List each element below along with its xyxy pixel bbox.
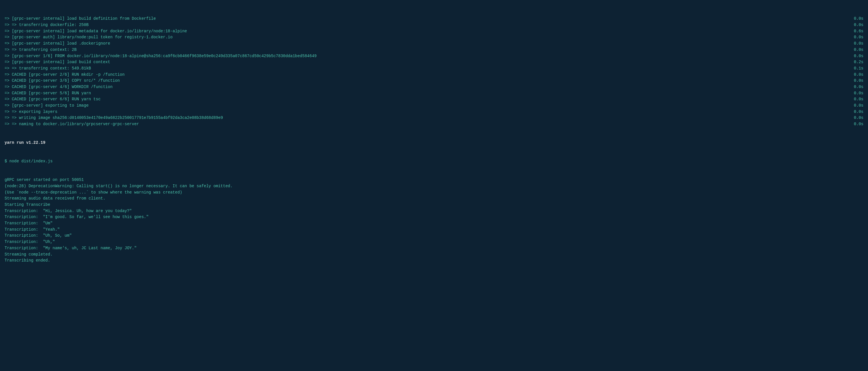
output-line: Transcription: "Um": [5, 220, 863, 227]
output-line: Streaming audio data received from clien…: [5, 195, 863, 202]
yarn-version-line: yarn run v1.22.19: [5, 140, 863, 146]
build-line: => CACHED [grpc-server 4/6] WORKDIR /fun…: [5, 84, 863, 90]
build-line-content: => [grpc-server internal] load metadata …: [5, 28, 846, 35]
build-line: => CACHED [grpc-server 3/6] COPY src/* /…: [5, 78, 863, 84]
build-line-content: => CACHED [grpc-server 3/6] COPY src/* /…: [5, 78, 846, 84]
runtime-output-section: gRPC server started on port 50051(node:2…: [5, 177, 863, 264]
build-line-content: => => transferring context: 2B: [5, 47, 846, 53]
prompt-line: $ node dist/index.js: [5, 158, 863, 165]
output-line: Streaming completed.: [5, 251, 863, 258]
build-line: => [grpc-server auth] library/node:pull …: [5, 34, 863, 40]
build-line-content: => => transferring dockerfile: 250B: [5, 22, 846, 28]
output-line: Transcription: "My name's, uh, JC Last n…: [5, 245, 863, 251]
build-line-content: => => transferring context: 549.81kB: [5, 65, 846, 72]
build-line-content: => [grpc-server internal] load build def…: [5, 16, 846, 22]
build-line-time: 0.1s: [846, 65, 863, 72]
build-line-time: 0.0s: [846, 34, 863, 40]
output-line: Starting Transcribe: [5, 202, 863, 208]
build-line: => [grpc-server 1/6] FROM docker.io/libr…: [5, 53, 863, 59]
build-line: => CACHED [grpc-server 5/6] RUN yarn0.0s: [5, 90, 863, 97]
build-line-time: 0.0s: [846, 47, 863, 53]
build-line: => => writing image sha256:d0140053e4170…: [5, 115, 863, 121]
build-line-content: => [grpc-server auth] library/node:pull …: [5, 34, 846, 40]
build-line-time: 0.0s: [846, 96, 863, 103]
build-line-time: 0.0s: [846, 115, 863, 121]
output-line: Transcription: "Uh, So, um": [5, 233, 863, 239]
build-line-time: 0.0s: [846, 16, 863, 22]
output-line: (node:28) DeprecationWarning: Calling st…: [5, 183, 863, 189]
build-line: => [grpc-server internal] load build def…: [5, 16, 863, 22]
build-line-content: => [grpc-server internal] load .dockerig…: [5, 40, 846, 47]
build-line: => [grpc-server] exporting to image0.0s: [5, 103, 863, 109]
build-line-time: 0.0s: [846, 22, 863, 28]
build-line-time: 0.0s: [846, 53, 863, 59]
build-line: => => transferring dockerfile: 250B0.0s: [5, 22, 863, 28]
build-line: => CACHED [grpc-server 6/6] RUN yarn tsc…: [5, 96, 863, 103]
build-line-content: => CACHED [grpc-server 6/6] RUN yarn tsc: [5, 96, 846, 103]
build-line-content: => [grpc-server] exporting to image: [5, 103, 846, 109]
build-line-time: 0.6s: [846, 28, 863, 35]
build-line: => [grpc-server internal] load metadata …: [5, 28, 863, 35]
output-line: gRPC server started on port 50051: [5, 177, 863, 183]
output-line: Transcription: "Uh,": [5, 239, 863, 245]
build-line-content: => [grpc-server 1/6] FROM docker.io/libr…: [5, 53, 846, 59]
output-line: Transcription: "I'm good. So far, we'll …: [5, 214, 863, 220]
build-line: => [grpc-server internal] load .dockerig…: [5, 40, 863, 47]
build-line-content: => => naming to docker.io/library/grpcse…: [5, 121, 846, 127]
build-output-section: => [grpc-server internal] load build def…: [5, 16, 863, 127]
build-line: => => transferring context: 549.81kB0.1s: [5, 65, 863, 72]
build-line: => => naming to docker.io/library/grpcse…: [5, 121, 863, 127]
build-line: => => exporting layers0.0s: [5, 109, 863, 115]
output-line: (Use `node --trace-deprecation ...` to s…: [5, 189, 863, 196]
build-line-content: => => writing image sha256:d0140053e4170…: [5, 115, 846, 121]
build-line-time: 0.2s: [846, 59, 863, 65]
output-line: Transcription: "Yeah.": [5, 227, 863, 233]
build-line-content: => CACHED [grpc-server 5/6] RUN yarn: [5, 90, 846, 97]
build-line-time: 0.0s: [846, 72, 863, 78]
build-line-time: 0.0s: [846, 84, 863, 90]
build-line-time: 0.0s: [846, 103, 863, 109]
build-line: => CACHED [grpc-server 2/6] RUN mkdir -p…: [5, 72, 863, 78]
build-line-time: 0.0s: [846, 109, 863, 115]
build-line-content: => => exporting layers: [5, 109, 846, 115]
output-line: Transcription: "Hi, Jessica. Uh, how are…: [5, 208, 863, 214]
terminal-window: => [grpc-server internal] load build def…: [5, 3, 863, 270]
build-line-content: => CACHED [grpc-server 4/6] WORKDIR /fun…: [5, 84, 846, 90]
output-line: Transcribing ended.: [5, 257, 863, 264]
build-line-time: 0.0s: [846, 78, 863, 84]
build-line-time: 0.0s: [846, 121, 863, 127]
build-line: => => transferring context: 2B0.0s: [5, 47, 863, 53]
build-line-content: => [grpc-server internal] load build con…: [5, 59, 846, 65]
build-line: => [grpc-server internal] load build con…: [5, 59, 863, 65]
build-line-time: 0.0s: [846, 90, 863, 97]
build-line-time: 0.0s: [846, 40, 863, 47]
build-line-content: => CACHED [grpc-server 2/6] RUN mkdir -p…: [5, 72, 846, 78]
